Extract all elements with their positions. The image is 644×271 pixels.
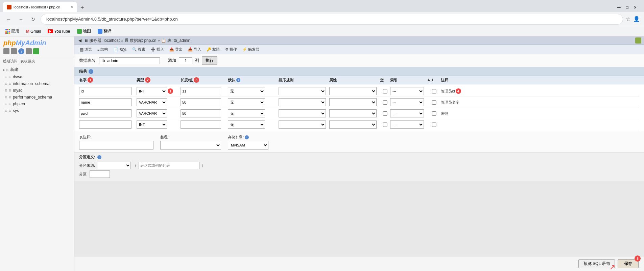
browser-tab[interactable]: localhost / localhost / php.cn × — [3, 2, 77, 12]
collation-select[interactable] — [160, 141, 221, 150]
row1-null-checkbox[interactable] — [380, 89, 390, 93]
search-button[interactable]: 🔍 搜索 — [129, 46, 148, 53]
nav-fav[interactable]: 表收藏夹 — [20, 59, 35, 64]
row3-ai-checkbox[interactable] — [427, 111, 441, 116]
row3-default-select[interactable]: 无 — [228, 109, 265, 117]
exec-button[interactable]: 执行 — [202, 56, 217, 65]
toggle-nav-button[interactable]: ◀ — [77, 38, 83, 43]
row4-name-input[interactable] — [79, 120, 132, 129]
row3-null-checkbox[interactable] — [380, 111, 390, 116]
address-bar[interactable] — [41, 14, 623, 25]
triggers-button[interactable]: ⚡ 触发器 — [240, 46, 262, 53]
refresh-button[interactable]: ↻ — [28, 15, 38, 24]
row4-ai-checkbox[interactable] — [427, 123, 441, 127]
back-button[interactable]: ← — [4, 15, 14, 24]
tab-close[interactable]: × — [71, 5, 73, 9]
browse-button[interactable]: ▦ 浏览 — [77, 46, 95, 53]
row1-name-input[interactable] — [79, 87, 132, 95]
row3-attribute-select[interactable] — [329, 109, 377, 117]
row4-attribute-select[interactable] — [329, 120, 377, 129]
row2-type-select[interactable]: VARCHARINTTEXT — [137, 98, 167, 106]
partition-source-select[interactable] — [97, 162, 131, 169]
forward-button[interactable]: → — [16, 15, 26, 24]
sidebar-icon-info[interactable]: i — [18, 48, 24, 54]
db-item-performance-schema[interactable]: ⊞ ⊞ performance_schema — [0, 94, 74, 101]
row2-default-select[interactable]: 无 — [228, 98, 265, 106]
row2-length-input[interactable] — [181, 98, 221, 106]
add-cols-input[interactable] — [179, 57, 192, 64]
db-item-dvwa[interactable]: ⊞ ⊞ dvwa — [0, 74, 74, 80]
insert-icon: ➕ — [151, 47, 156, 52]
privileges-button[interactable]: 🔑 权限 — [204, 46, 222, 53]
import-button[interactable]: 📥 导入 — [185, 46, 204, 53]
maximize-button[interactable]: □ — [624, 4, 630, 10]
row4-collation-select[interactable] — [279, 120, 326, 129]
row4-type-select[interactable]: INTVARCHAR — [137, 120, 167, 129]
row3-length-input[interactable] — [181, 109, 221, 117]
row1-index-select[interactable]: ---PRIMARY — [390, 87, 424, 95]
row3-name-input[interactable] — [79, 109, 132, 117]
row1-type-select[interactable]: INTVARCHARTEXT — [137, 87, 167, 95]
new-tab-button[interactable]: + — [78, 4, 86, 11]
row1-attribute-select[interactable] — [329, 87, 377, 95]
row2-null-checkbox[interactable] — [380, 100, 390, 105]
bookmark-gmail[interactable]: M Gmail — [23, 28, 44, 34]
sidebar-icon-settings[interactable] — [26, 48, 32, 54]
column-headers: 名字 1 类型 2 长度/值 3 默认 i 排序规则 — [74, 76, 644, 84]
row4-null-checkbox[interactable] — [380, 123, 390, 127]
partition-expr-input[interactable] — [139, 162, 199, 169]
insert-button[interactable]: ➕ 插入 — [148, 46, 167, 53]
sidebar-icon-theme[interactable] — [33, 48, 39, 54]
bookmark-star-button[interactable]: ☆ — [626, 16, 630, 22]
operations-button[interactable]: ⚙ 操作 — [222, 46, 240, 53]
row2-index-select[interactable]: --- — [390, 98, 424, 106]
row2-collation-select[interactable] — [279, 98, 326, 106]
db-item-mysql[interactable]: ⊞ ⊞ mysql — [0, 87, 74, 94]
default-info-icon[interactable]: i — [236, 78, 240, 82]
partition-zone-input[interactable] — [90, 170, 110, 178]
row3-collation-select[interactable] — [279, 109, 326, 117]
row3-type-select[interactable]: VARCHARINT — [137, 109, 167, 117]
row3-index-select[interactable]: --- — [390, 109, 424, 117]
export-button[interactable]: 📤 导出 — [167, 46, 185, 53]
storage-select[interactable]: MyISAMInnoDB — [228, 141, 268, 150]
db-item-phpcn[interactable]: ⊞ ⊞ php.cn — [0, 101, 74, 107]
sidebar-icon-home[interactable] — [3, 48, 9, 54]
sql-button[interactable]: 📄 SQL — [111, 46, 129, 53]
db-item-information-schema[interactable]: ⊞ ⊞ information_schema — [0, 80, 74, 87]
table-name-input[interactable] — [99, 57, 160, 64]
row1-ai-checkbox[interactable] — [427, 89, 441, 93]
bookmark-translate[interactable]: 翻译 — [95, 28, 114, 35]
row2-ai-checkbox[interactable] — [427, 100, 441, 105]
row4-index-select[interactable]: --- — [390, 120, 424, 129]
bookmark-youtube[interactable]: YouTube — [45, 28, 73, 34]
db-item-sys[interactable]: ⊞ ⊞ sys — [0, 107, 74, 114]
row4-default-select[interactable]: 无 — [228, 120, 265, 129]
bc-server-label[interactable]: 服务器: localhost — [89, 38, 120, 44]
nav-recent[interactable]: 近期访问 — [3, 59, 18, 64]
structure-button[interactable]: ≡ 结构 — [95, 46, 111, 53]
profile-button[interactable]: 👤 — [633, 16, 640, 22]
bc-table-label[interactable]: 表: tb_admin — [167, 38, 190, 44]
row1-length-input[interactable] — [181, 87, 221, 95]
row1-default-select[interactable]: 无NULL — [228, 87, 265, 95]
row1-collation-select[interactable] — [279, 87, 326, 95]
bookmark-gmail-label: Gmail — [30, 29, 41, 34]
table-comment-input[interactable] — [79, 141, 153, 150]
partition-info-icon[interactable]: i — [97, 155, 101, 159]
row4-length-input[interactable] — [181, 120, 221, 129]
badge-2: 2 — [145, 77, 150, 83]
row2-attribute-select[interactable] — [329, 98, 377, 106]
bookmark-maps[interactable]: 地图 — [74, 28, 94, 35]
bc-db-label[interactable]: 数据库: php.cn — [130, 38, 157, 44]
window-close-button[interactable]: × — [632, 4, 639, 11]
storage-info-icon[interactable]: i — [245, 135, 249, 139]
structure-info-icon[interactable]: i — [89, 69, 93, 74]
header-comment: 注释 — [441, 78, 492, 83]
bookmark-apps[interactable]: 应用 — [3, 28, 22, 35]
row2-name-input[interactable] — [79, 98, 132, 106]
minimize-button[interactable]: ─ — [615, 4, 623, 11]
sidebar-icon-db[interactable] — [11, 48, 17, 54]
table-comment-group: 表注释: — [79, 135, 153, 150]
new-db-item[interactable]: ▶ ▷ 新建 — [0, 66, 74, 74]
